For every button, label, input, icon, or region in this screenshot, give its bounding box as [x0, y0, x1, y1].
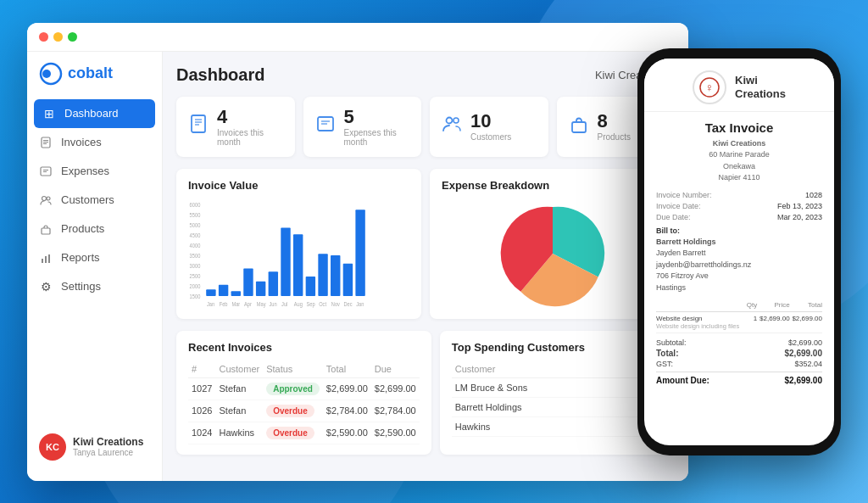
- sidebar-item-products[interactable]: Products: [27, 215, 162, 243]
- invoices-stat-icon: [188, 114, 209, 139]
- phone-mockup: ♀ KiwiCreations Tax Invoice Kiwi Creatio…: [637, 48, 841, 455]
- expenses-stat-icon: [315, 114, 336, 139]
- svg-text:Sep: Sep: [306, 300, 315, 308]
- sidebar-item-label: Expenses: [61, 165, 109, 177]
- sidebar-item-expenses[interactable]: Expenses: [27, 157, 162, 186]
- svg-text:3000: 3000: [190, 262, 201, 269]
- bill-to-email: jaydenb@barrettholdings.nz: [656, 260, 751, 269]
- sidebar-item-settings[interactable]: ⚙ Settings: [27, 272, 162, 301]
- amount-due-label: Amount Due:: [656, 376, 709, 385]
- invoice-due: $2,699.00: [371, 377, 420, 400]
- customer-name: LM Bruce & Sons: [452, 377, 663, 397]
- status-badge: Overdue: [266, 405, 314, 417]
- svg-rect-11: [42, 228, 50, 234]
- gst-label: GST:: [656, 360, 673, 368]
- user-info: Kiwi Creations Tanya Laurence: [73, 436, 143, 457]
- col-header-due: Due: [371, 360, 420, 378]
- sidebar-item-label: Settings: [61, 280, 101, 293]
- pie-chart-container: [442, 198, 663, 309]
- stat-value-expenses: 5: [344, 107, 410, 127]
- recent-invoices-card: Recent Invoices # Customer Status Total …: [176, 331, 431, 455]
- invoice-number-value: 1028: [805, 191, 822, 199]
- invoice-total: $2,590.00: [323, 422, 371, 444]
- invoice-customer: Hawkins: [215, 422, 263, 444]
- line-qty: 1: [746, 312, 757, 333]
- settings-icon: ⚙: [39, 280, 53, 293]
- invoice-meta-due: Due Date: Mar 20, 2023: [656, 213, 822, 221]
- bill-to-label: Bill to:: [656, 226, 822, 235]
- svg-text:Jan: Jan: [207, 300, 215, 307]
- invoice-total: $2,699.00: [323, 377, 371, 400]
- dashboard-icon: ⊞: [42, 107, 56, 120]
- svg-rect-12: [42, 259, 43, 263]
- svg-rect-36: [219, 284, 228, 295]
- maximize-button[interactable]: [68, 32, 77, 42]
- svg-text:4500: 4500: [190, 232, 201, 238]
- svg-text:♀: ♀: [705, 81, 715, 94]
- top-customers-table: Customer LM Bruce & Sons Barrett Holding…: [452, 360, 663, 437]
- svg-text:1500: 1500: [190, 293, 201, 299]
- invoice-divider: [656, 372, 822, 372]
- svg-rect-41: [281, 227, 290, 296]
- col-header-num: #: [188, 360, 215, 378]
- svg-rect-44: [318, 254, 327, 296]
- sidebar-item-reports[interactable]: Reports: [27, 243, 162, 272]
- stat-label-customers: Customers: [470, 132, 511, 142]
- svg-text:Mar: Mar: [231, 300, 241, 307]
- svg-rect-43: [306, 277, 315, 296]
- svg-point-1: [42, 70, 51, 78]
- main-header: Dashboard Kiwi Creations ▾: [176, 65, 675, 85]
- invoice-line-table: Qty Price Total Website design Website d…: [656, 299, 822, 333]
- minimize-button[interactable]: [53, 32, 63, 42]
- svg-rect-15: [192, 115, 205, 132]
- total-label: Total:: [656, 349, 678, 358]
- svg-text:5000: 5000: [190, 221, 201, 228]
- pie-chart-svg: [498, 198, 608, 309]
- sidebar-item-dashboard[interactable]: ⊞ Dashboard: [34, 99, 155, 128]
- sidebar-item-label: Products: [61, 222, 104, 235]
- invoice-company-name: KiwiCreations: [735, 74, 786, 100]
- svg-text:Aug: Aug: [294, 300, 303, 308]
- main-content: Dashboard Kiwi Creations ▾ 4 Invo: [163, 52, 688, 481]
- charts-row: Invoice Value 6000 5500 5000 4500 4000 3…: [176, 169, 675, 319]
- invoice-title: Tax Invoice: [656, 120, 822, 135]
- page-title: Dashboard: [176, 65, 264, 85]
- col-price: Price: [757, 299, 789, 312]
- total-value: $2,699.00: [785, 349, 823, 358]
- svg-rect-42: [293, 234, 303, 296]
- invoice-from-details: Kiwi Creations 60 Marine ParadeOnekawaNa…: [656, 138, 822, 184]
- avatar: KC: [39, 433, 66, 461]
- invoice-status: Approved: [263, 377, 323, 400]
- svg-point-22: [447, 118, 453, 124]
- svg-text:Jul: Jul: [281, 300, 287, 307]
- stat-label-products: Products: [598, 132, 631, 142]
- close-button[interactable]: [39, 32, 48, 42]
- sidebar: cobalt ⊞ Dashboard Invoices Expense: [27, 52, 163, 481]
- amount-due-row: Amount Due: $2,699.00: [656, 376, 822, 385]
- sidebar-item-invoices[interactable]: Invoices: [27, 128, 162, 157]
- bill-to-company: Barrett Holdings: [656, 238, 716, 246]
- table-row: 1027 Stefan Approved $2,699.00 $2,699.00: [188, 377, 420, 400]
- invoice-date-label: Invoice Date:: [656, 202, 701, 210]
- stat-label-invoices: Invoices this month: [217, 128, 283, 147]
- customers-icon: [39, 193, 53, 207]
- svg-rect-24: [572, 122, 586, 132]
- invoice-number-label: Invoice Number:: [656, 191, 712, 199]
- svg-text:2000: 2000: [190, 282, 201, 289]
- col-desc: [656, 299, 746, 312]
- svg-text:Dec: Dec: [344, 300, 353, 307]
- invoice-customer: Stefan: [215, 400, 263, 422]
- products-icon: [39, 222, 53, 236]
- svg-text:Nov: Nov: [331, 300, 341, 307]
- expenses-icon: [39, 165, 53, 178]
- invoice-header: ♀ KiwiCreations: [644, 59, 834, 112]
- sidebar-item-label: Customers: [61, 193, 114, 206]
- gst-value: $352.04: [794, 360, 822, 368]
- products-stat-icon: [569, 114, 589, 139]
- gst-row: GST: $352.04: [656, 360, 822, 368]
- app-window: cobalt ⊞ Dashboard Invoices Expense: [27, 23, 688, 481]
- sidebar-item-customers[interactable]: Customers: [27, 186, 162, 215]
- invoice-total: $2,784.00: [323, 400, 371, 422]
- user-subtitle: Tanya Laurence: [73, 448, 143, 457]
- bar-chart-area: 6000 5500 5000 4500 4000 3500 3000 2500 …: [188, 198, 409, 309]
